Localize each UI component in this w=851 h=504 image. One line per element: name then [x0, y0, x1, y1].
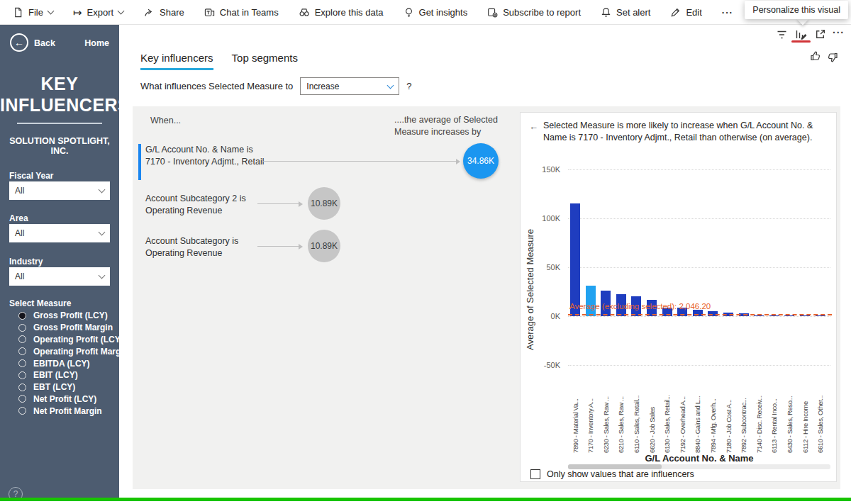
chat-in-teams-label: Chat in Teams	[220, 7, 279, 18]
personalize-tooltip: Personalize this visual	[745, 1, 848, 19]
measure-option-label: EBT (LCY)	[33, 382, 75, 392]
set-alert-button[interactable]: Set alert	[601, 7, 650, 18]
bar-0[interactable]	[570, 203, 580, 316]
y-tick-label: 0K	[530, 312, 560, 320]
x-tick-label: 7180 - Job Cost A...	[723, 388, 735, 453]
x-tick-label: 6110 - Sales, Retail...	[630, 388, 643, 453]
radio-icon	[18, 407, 26, 415]
file-icon	[13, 7, 23, 18]
chart-back-arrow[interactable]: ←	[529, 121, 538, 132]
influencers-only-checkbox[interactable]	[530, 469, 540, 479]
edit-button[interactable]: Edit	[670, 7, 701, 18]
x-tick-label: 6130 - Sales, Retail...	[661, 388, 673, 453]
influencer-3-value-bubble[interactable]: 10.89K	[308, 230, 340, 262]
measure-option[interactable]: Gross Profit Margin	[18, 322, 116, 334]
more-icon: ···	[722, 7, 733, 18]
scrollbar-thumb[interactable]	[568, 464, 662, 469]
chat-in-teams-button[interactable]: Chat in Teams	[204, 7, 279, 18]
file-menu[interactable]: File	[13, 7, 53, 18]
influencer-1-value-bubble[interactable]: 34.86K	[463, 143, 499, 179]
x-tick-label: 8840 - Gains and L...	[691, 388, 703, 453]
measure-option[interactable]: EBIT (LCY)	[18, 369, 116, 381]
home-button[interactable]: Home	[84, 38, 109, 48]
thumbs-down-icon[interactable]	[827, 52, 838, 63]
influencer-2-value-bubble[interactable]: 10.89K	[308, 187, 340, 220]
x-tick-label: 6610 - Sales, Other...	[814, 388, 826, 453]
get-insights-button[interactable]: Get insights	[404, 7, 468, 18]
measure-option-label: Gross Profit Margin	[33, 323, 113, 332]
influencer-2-arrow	[257, 203, 301, 204]
share-button[interactable]: Share	[143, 7, 184, 18]
measure-option-label: Net Profit Margin	[33, 406, 102, 416]
title-divider	[17, 123, 102, 124]
x-tick-label: 6620 - Job Sales	[646, 388, 658, 453]
area-label: Area	[9, 213, 28, 223]
edit-button-label: Edit	[686, 7, 701, 18]
report-sidebar: ← Back Home KEY INFLUENCERS SOLUTION SPO…	[0, 25, 119, 501]
subscribe-to-report-button[interactable]: Subscribe to report	[487, 7, 581, 18]
measure-option[interactable]: EBITDA (LCY)	[18, 357, 116, 369]
when-label: When...	[150, 116, 181, 125]
influence-direction-dropdown[interactable]: Increase	[300, 77, 399, 95]
back-button[interactable]: ←	[10, 33, 28, 52]
y-tick-label: 100K	[530, 214, 560, 223]
fiscal-year-dropdown[interactable]: All	[9, 181, 110, 200]
measure-option-label: Gross Profit (LCY)	[33, 310, 108, 320]
measure-list: Gross Profit (LCY)Gross Profit MarginOpe…	[18, 310, 116, 417]
x-tick-label: 6113 - Rental Inco...	[768, 388, 780, 453]
personalize-visual-icon[interactable]	[794, 28, 808, 40]
share-button-label: Share	[160, 7, 184, 18]
x-tick-label: 7140 - Disc. Receiv...	[753, 388, 765, 453]
measure-option-label: Operating Profit (LCY)	[33, 335, 123, 345]
visual-more-options-icon[interactable]: ···	[833, 27, 845, 38]
bell-icon	[601, 7, 611, 18]
y-gridline	[568, 169, 830, 170]
teams-icon	[204, 7, 215, 18]
area-dropdown[interactable]: All	[9, 224, 110, 242]
influencer-1-text[interactable]: G/L Account No. & Name is 7170 - Invento…	[145, 144, 267, 167]
share-icon	[143, 7, 155, 18]
thumbs-up-icon[interactable]	[810, 50, 821, 62]
select-measure-label: Select Measure	[9, 298, 71, 308]
influencer-chart-card: ← Selected Measure is more likely to inc…	[520, 112, 837, 482]
explore-this-data-button[interactable]: Explore this data	[299, 7, 384, 18]
filter-icon[interactable]	[776, 29, 788, 40]
measure-option-label: EBIT (LCY)	[33, 370, 78, 380]
back-label[interactable]: Back	[34, 38, 55, 48]
chart-horizontal-scrollbar[interactable]	[568, 464, 830, 469]
export-icon: ↦	[73, 7, 82, 18]
tab-top-segments[interactable]: Top segments	[232, 52, 298, 70]
export-menu[interactable]: ↦ Export	[73, 7, 123, 18]
industry-dropdown[interactable]: All	[9, 267, 110, 286]
influencer-2-text[interactable]: Account Subcategory 2 is Operating Reven…	[145, 193, 267, 216]
radio-icon	[18, 335, 26, 343]
x-tick-label: 7890 - Material Va...	[569, 388, 582, 453]
y-gridline	[568, 316, 830, 317]
export-menu-label: Export	[87, 7, 114, 18]
measure-option[interactable]: Operating Profit (LCY)	[18, 334, 116, 346]
get-insights-label: Get insights	[419, 7, 468, 18]
measure-option[interactable]: Operating Profit Margin	[18, 345, 116, 357]
measure-option[interactable]: Gross Profit (LCY)	[18, 310, 116, 322]
area-value: All	[15, 228, 24, 238]
focus-mode-icon[interactable]	[814, 28, 826, 40]
more-options-button[interactable]: ···	[722, 7, 733, 18]
x-tick-label: 6230 - Sales, Raw ...	[600, 388, 612, 453]
influencer-1-arrow	[262, 161, 459, 162]
x-tick-label: 7170 - Inventory A...	[584, 388, 596, 453]
measure-option-label: Net Profit (LCY)	[33, 394, 96, 404]
tab-key-influencers[interactable]: Key influencers	[140, 52, 213, 70]
measure-option[interactable]: EBT (LCY)	[18, 381, 116, 393]
influence-direction-value: Increase	[306, 82, 339, 91]
influencer-3-text[interactable]: Account Subcategory is Operating Revenue	[145, 235, 267, 259]
industry-value: All	[15, 271, 24, 281]
subscribe-to-report-label: Subscribe to report	[503, 7, 581, 18]
measure-option[interactable]: Net Profit (LCY)	[18, 393, 116, 405]
report-title: KEY INFLUENCERS	[0, 73, 119, 116]
measure-option[interactable]: Net Profit Margin	[18, 405, 116, 417]
lightbulb-icon	[404, 7, 414, 18]
average-line-label: Average (excluding selected): 2,046.20	[569, 302, 711, 310]
fiscal-year-value: All	[15, 186, 24, 196]
bar-1[interactable]	[586, 286, 596, 316]
radio-icon	[18, 347, 26, 355]
